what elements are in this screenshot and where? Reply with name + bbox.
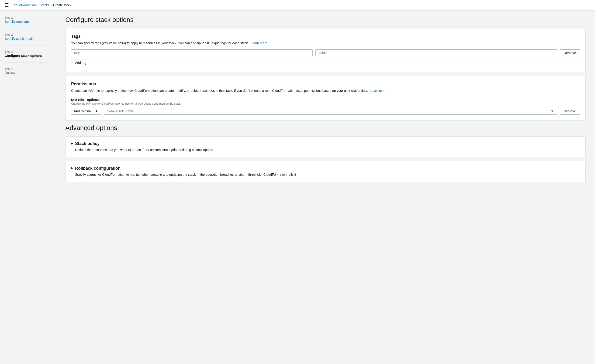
step-3-number: Step 3 xyxy=(5,50,51,53)
step-3: Step 3 Configure stack options xyxy=(5,50,51,63)
advanced-options-title: Advanced options xyxy=(65,124,586,132)
step-1: Step 1 Specify template xyxy=(5,16,51,28)
permissions-title: Permissions xyxy=(71,82,580,86)
iam-role-row: IAM role na... ▼ Sample-role-name ▼ Remo… xyxy=(71,108,580,115)
step-1-number: Step 1 xyxy=(5,16,51,19)
breadcrumb-cloudformation[interactable]: CloudFormation xyxy=(13,3,36,7)
step-2-label[interactable]: Specify stack details xyxy=(5,37,34,41)
breadcrumb-create-stack: Create stack xyxy=(53,3,71,7)
iam-role-type-button[interactable]: IAM role na... ▼ xyxy=(71,108,101,115)
tag-value-input[interactable] xyxy=(315,49,557,56)
step-4-number: Step 4 xyxy=(5,67,51,70)
hamburger-icon[interactable]: ☰ xyxy=(5,2,9,8)
add-tag-button[interactable]: Add tag xyxy=(71,59,90,66)
tags-section: Tags You can specify tags (key-value pai… xyxy=(65,28,586,72)
permissions-learn-more[interactable]: Learn more. xyxy=(370,89,387,92)
permissions-section: Permissions Choose an IAM role to explic… xyxy=(65,76,586,120)
tag-key-input[interactable] xyxy=(71,49,313,56)
page-layout: Step 1 Specify template Step 2 Specify s… xyxy=(0,10,595,364)
iam-role-name-placeholder: Sample-role-name xyxy=(107,109,134,113)
stack-policy-description: Defines the resources that you want to p… xyxy=(75,147,214,152)
iam-role-label: IAM role - optional xyxy=(71,98,580,102)
stack-policy-content: Stack policy Defines the resources that … xyxy=(75,141,214,152)
breadcrumb-sep-1: › xyxy=(37,3,38,7)
iam-role-name-dropdown[interactable]: Sample-role-name ▼ xyxy=(104,108,557,115)
step-4-label: Review xyxy=(5,71,15,75)
remove-iam-role-button[interactable]: Remove xyxy=(560,108,580,115)
iam-role-name-chevron: ▼ xyxy=(551,109,554,113)
sidebar: Step 1 Specify template Step 2 Specify s… xyxy=(0,10,56,364)
remove-tag-button[interactable]: Remove xyxy=(560,49,580,56)
rollback-config-description: Specify alarms for CloudFormation to mon… xyxy=(75,172,296,177)
iam-role-sublabel: Choose the IAM role for CloudFormation t… xyxy=(71,102,580,105)
iam-role-type-label: IAM role na... xyxy=(74,109,93,113)
rollback-config-card: ▶ Rollback configuration Specify alarms … xyxy=(65,161,586,182)
rollback-config-header: ▶ Rollback configuration Specify alarms … xyxy=(71,166,580,177)
stack-policy-toggle[interactable]: ▶ xyxy=(71,142,73,145)
rollback-config-content: Rollback configuration Specify alarms fo… xyxy=(75,166,296,177)
breadcrumb-sep-2: › xyxy=(51,3,52,7)
tags-description: You can specify tags (key-value pairs) t… xyxy=(71,41,580,46)
stack-policy-card: ▶ Stack policy Defines the resources tha… xyxy=(65,136,586,157)
step-4: Step 4 Review xyxy=(5,67,51,79)
stack-policy-title: Stack policy xyxy=(75,141,214,146)
iam-role-type-chevron: ▼ xyxy=(95,109,98,113)
top-navigation: ☰ CloudFormation › Stacks › Create stack xyxy=(0,0,595,10)
breadcrumb-stacks[interactable]: Stacks xyxy=(40,3,50,7)
breadcrumb: CloudFormation › Stacks › Create stack xyxy=(13,3,71,7)
page-title: Configure stack options xyxy=(65,16,586,24)
step-3-label: Configure stack options xyxy=(5,54,42,57)
step-2: Step 2 Specify stack details xyxy=(5,33,51,45)
step-2-number: Step 2 xyxy=(5,33,51,36)
rollback-config-toggle[interactable]: ▶ xyxy=(71,166,73,170)
tags-learn-more[interactable]: Learn more. xyxy=(251,41,268,45)
rollback-config-title: Rollback configuration xyxy=(75,166,296,171)
tags-title: Tags xyxy=(71,34,580,39)
permissions-description: Choose an IAM role to explicitly define … xyxy=(71,88,580,93)
step-1-label[interactable]: Specify template xyxy=(5,20,29,24)
stack-policy-header: ▶ Stack policy Defines the resources tha… xyxy=(71,141,580,152)
tags-input-row: Remove xyxy=(71,49,580,56)
main-content: Configure stack options Tags You can spe… xyxy=(56,10,595,364)
